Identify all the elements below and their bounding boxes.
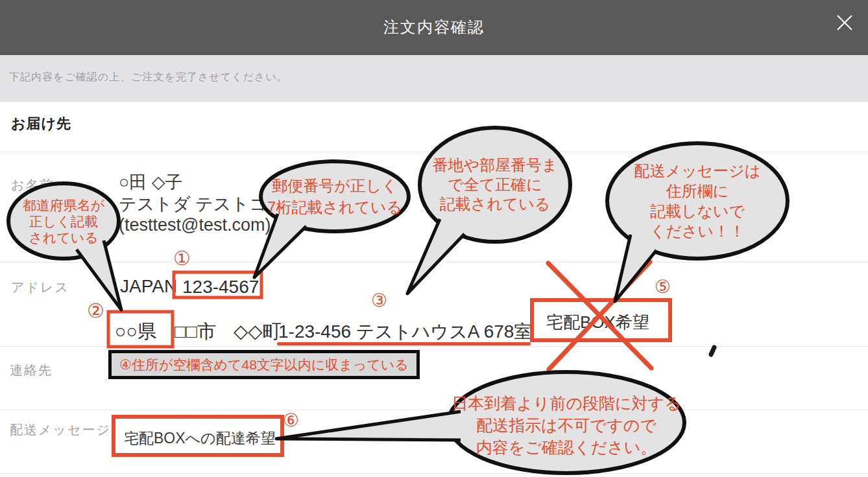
annotation-length-check-text: ④住所が空欄含めて48文字以内に収まっている bbox=[119, 356, 409, 374]
bubble-street-tail bbox=[407, 219, 464, 294]
delivery-message-value: 宅配BOXへの配達希望 bbox=[124, 428, 276, 448]
pen-tick-mark bbox=[711, 347, 714, 355]
delivery-message-label: 配送メッセージ bbox=[10, 421, 111, 439]
bubble-no-message-text: 配送メッセージは 住所欄に 記載しないで ください！！ bbox=[607, 145, 788, 257]
address-prefecture: ○○県 bbox=[115, 319, 156, 345]
separator bbox=[0, 410, 868, 410]
bubble-pre-arrival-text: 日本到着より前の段階に対する 配送指示は不可ですので 内容をご確認ください。 bbox=[448, 374, 684, 472]
bubble-prefecture-shape bbox=[8, 183, 119, 259]
address-street: 1-23-456 テストハウスA 678室 bbox=[278, 320, 532, 344]
separator bbox=[0, 152, 868, 152]
address-invalid-note: 宅配BOX希望 bbox=[546, 311, 649, 334]
name-value-email: (testtest@test.com) bbox=[119, 215, 271, 235]
address-town: ◇◇町 bbox=[234, 319, 282, 345]
close-icon bbox=[835, 13, 854, 32]
notice-text: 下記内容をご確認の上、ご注文を完了させてください。 bbox=[9, 71, 288, 84]
separator bbox=[0, 262, 868, 262]
address-label: アドレス bbox=[11, 279, 69, 296]
name-value-kanji: ○田 ◇子 bbox=[119, 170, 183, 194]
contact-label: 連絡先 bbox=[10, 362, 53, 379]
address-postal-code: 123-4567 bbox=[182, 277, 259, 297]
section-heading: お届け先 bbox=[11, 114, 71, 134]
bubble-pre-arrival-tail bbox=[276, 412, 461, 440]
bubble-pre-arrival-shape bbox=[448, 372, 684, 473]
bubble-prefecture-tail bbox=[77, 240, 121, 310]
bubble-street-shape bbox=[420, 128, 570, 242]
separator bbox=[0, 473, 868, 474]
name-label: お名前 bbox=[11, 176, 54, 194]
name-value-kana: テストダ テストコ bbox=[119, 192, 267, 216]
bubble-no-message-shape bbox=[607, 143, 788, 259]
bubble-postal-text: 郵便番号が正しく 7桁記載されている bbox=[261, 165, 409, 228]
bubble-prefecture-text: 都道府県名が 正しく記載 されている bbox=[8, 187, 119, 255]
bubble-postal-shape bbox=[261, 161, 409, 231]
order-confirm-modal: 注文内容確認 下記内容をご確認の上、ご注文を完了させてください。 お届け先 お名… bbox=[0, 0, 868, 477]
marker-2: ② bbox=[87, 301, 104, 321]
notice-bar: 下記内容をご確認の上、ご注文を完了させてください。 bbox=[0, 55, 868, 102]
bubble-no-message-tail bbox=[615, 235, 657, 301]
address-city: □□市 bbox=[175, 319, 216, 345]
close-button[interactable] bbox=[833, 12, 856, 35]
annotation-length-check-box: ④住所が空欄含めて48文字以内に収まっている bbox=[108, 350, 420, 379]
separator bbox=[0, 346, 868, 347]
bubble-street-text: 番地や部屋番号ま で全て正確に 記載されている bbox=[420, 130, 570, 240]
marker-6: ⑥ bbox=[283, 412, 299, 430]
marker-5: ⑤ bbox=[655, 278, 671, 296]
modal-header: 注文内容確認 bbox=[0, 0, 868, 55]
marker-3: ③ bbox=[371, 292, 387, 310]
address-country: JAPAN bbox=[120, 276, 177, 297]
marker-1: ① bbox=[173, 249, 191, 268]
modal-title: 注文内容確認 bbox=[0, 17, 868, 38]
